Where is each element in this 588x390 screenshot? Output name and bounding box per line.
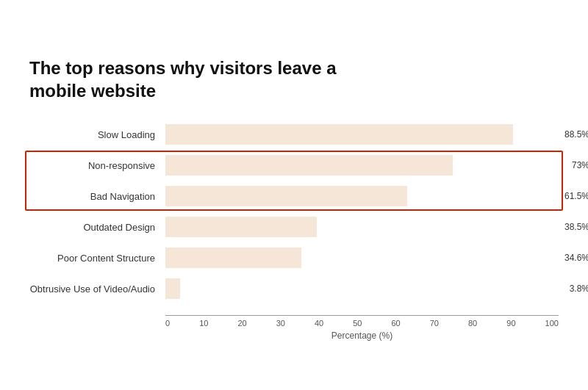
bar: 34.6%	[165, 248, 301, 268]
bar: 88.5%	[165, 124, 513, 145]
bar-row: Slow Loading88.5%	[29, 124, 559, 145]
bar-label: Poor Content Structure	[29, 253, 165, 264]
x-axis-label: 60	[391, 319, 400, 328]
bar-wrapper: 3.8%	[165, 278, 559, 299]
chart-area: Slow Loading88.5%Non-responsive73%Bad Na…	[29, 124, 559, 341]
bar-value-label: 73%	[572, 160, 588, 170]
chart-container: The top reasons why visitors leave a mob…	[15, 35, 573, 355]
x-axis-label: 100	[545, 319, 559, 328]
x-axis-label: 90	[506, 319, 515, 328]
x-axis-label: 70	[430, 319, 439, 328]
bar-label: Slow Loading	[29, 129, 165, 140]
x-axis-label: 80	[468, 319, 477, 328]
bar-row: Outdated Design38.5%	[29, 217, 559, 237]
bar-wrapper: 38.5%	[165, 217, 559, 237]
x-axis-area: 0102030405060708090100 Percentage (%)	[165, 315, 559, 341]
chart-title: The top reasons why visitors leave a mob…	[29, 57, 397, 102]
bar-value-label: 61.5%	[564, 191, 588, 201]
x-axis-title: Percentage (%)	[165, 331, 559, 341]
x-axis-label: 0	[165, 319, 170, 328]
bar-label: Outdated Design	[29, 222, 165, 233]
x-axis-label: 40	[315, 319, 323, 328]
bar-wrapper: 34.6%	[165, 248, 559, 268]
bar-row: Bad Navigation61.5%	[29, 186, 559, 206]
bar: 61.5%	[165, 186, 407, 206]
bar-value-label: 38.5%	[564, 222, 588, 232]
x-axis-line	[165, 315, 559, 316]
bar: 38.5%	[165, 217, 317, 237]
bar-label: Bad Navigation	[29, 191, 165, 202]
bar-label: Obtrusive Use of Video/Audio	[29, 284, 165, 295]
bar-row: Non-responsive73%	[29, 155, 559, 176]
x-axis-label: 20	[237, 319, 246, 328]
bar-wrapper: 61.5%	[165, 186, 559, 206]
bar-row: Obtrusive Use of Video/Audio3.8%	[29, 278, 559, 299]
x-axis-label: 30	[276, 319, 285, 328]
bar-value-label: 34.6%	[564, 253, 588, 263]
x-axis-label: 10	[199, 319, 208, 328]
x-axis-label: 50	[353, 319, 362, 328]
bar-wrapper: 73%	[165, 155, 559, 176]
bar-value-label: 88.5%	[564, 129, 588, 140]
bar-wrapper: 88.5%	[165, 124, 559, 145]
x-axis-labels: 0102030405060708090100	[165, 319, 559, 328]
bar: 73%	[165, 155, 453, 176]
bar-value-label: 3.8%	[570, 284, 588, 294]
bars-container: Slow Loading88.5%Non-responsive73%Bad Na…	[29, 124, 559, 309]
bar: 3.8%	[165, 278, 180, 299]
bar-row: Poor Content Structure34.6%	[29, 248, 559, 268]
bar-label: Non-responsive	[29, 160, 165, 171]
